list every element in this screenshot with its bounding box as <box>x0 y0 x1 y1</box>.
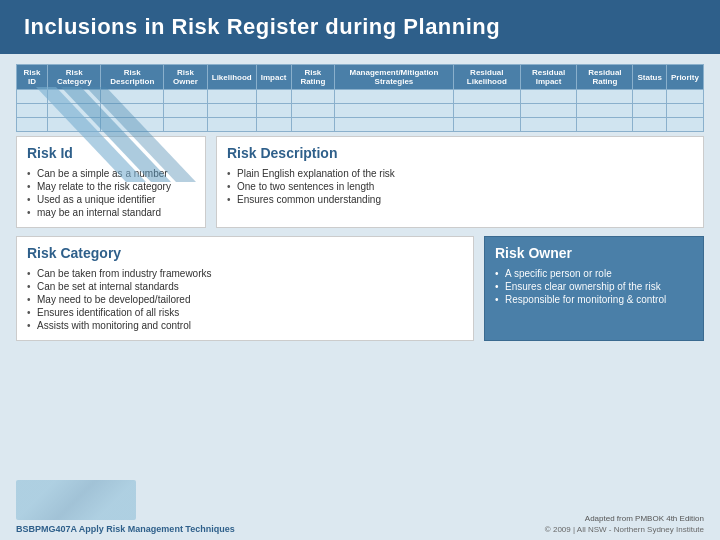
list-item: A specific person or role <box>495 267 693 280</box>
page-header: Inclusions in Risk Register during Plann… <box>0 0 720 54</box>
risk-owner-box: Risk Owner A specific person or role Ens… <box>484 236 704 341</box>
list-item: Plain English explanation of the risk <box>227 167 693 180</box>
adapted-text: Adapted from PMBOK 4th Edition <box>545 514 704 523</box>
risk-category-list: Can be taken from industry frameworks Ca… <box>27 267 463 332</box>
list-item: Used as a unique identifier <box>27 193 195 206</box>
col-mitigation: Management/Mitigation Strategies <box>335 65 454 90</box>
risk-category-title: Risk Category <box>27 245 463 261</box>
list-item: Responsible for monitoring & control <box>495 293 693 306</box>
col-residual-likelihood: Residual Likelihood <box>453 65 520 90</box>
col-risk-description: Risk Description <box>101 65 164 90</box>
risk-id-title: Risk Id <box>27 145 195 161</box>
top-row: Risk Id Can be a simple as a number May … <box>16 136 704 228</box>
list-item: One to two sentences in length <box>227 180 693 193</box>
page-title: Inclusions in Risk Register during Plann… <box>24 14 500 39</box>
table-row <box>17 118 704 132</box>
col-risk-rating: Risk Rating <box>291 65 335 90</box>
risk-id-list: Can be a simple as a number May relate t… <box>27 167 195 219</box>
table-row <box>17 104 704 118</box>
risk-owner-title: Risk Owner <box>495 245 693 261</box>
risk-description-box: Risk Description Plain English explanati… <box>216 136 704 228</box>
table-row <box>17 90 704 104</box>
list-item: may be an internal standard <box>27 206 195 219</box>
list-item: Ensures common understanding <box>227 193 693 206</box>
list-item: Can be a simple as a number <box>27 167 195 180</box>
copyright-text: © 2009 | All NSW - Northern Sydney Insti… <box>545 525 704 534</box>
risk-register-table: Risk ID Risk Category Risk Description R… <box>16 64 704 132</box>
risk-description-list: Plain English explanation of the risk On… <box>227 167 693 206</box>
col-likelihood: Likelihood <box>207 65 256 90</box>
risk-description-title: Risk Description <box>227 145 693 161</box>
course-name: BSBPMG407A Apply Risk Management Techniq… <box>16 524 235 534</box>
list-item: May relate to the risk category <box>27 180 195 193</box>
col-residual-impact: Residual Impact <box>520 65 577 90</box>
col-risk-category: Risk Category <box>48 65 101 90</box>
table-section: Risk ID Risk Category Risk Description R… <box>16 64 704 132</box>
col-risk-id: Risk ID <box>17 65 48 90</box>
page: Inclusions in Risk Register during Plann… <box>0 0 720 540</box>
risk-id-box: Risk Id Can be a simple as a number May … <box>16 136 206 228</box>
list-item: Can be taken from industry frameworks <box>27 267 463 280</box>
list-item: Ensures clear ownership of the risk <box>495 280 693 293</box>
col-risk-owner: Risk Owner <box>164 65 208 90</box>
col-priority: Priority <box>666 65 703 90</box>
footer: BSBPMG407A Apply Risk Management Techniq… <box>0 514 720 534</box>
risk-owner-list: A specific person or role Ensures clear … <box>495 267 693 306</box>
col-status: Status <box>633 65 666 90</box>
footer-right-section: Adapted from PMBOK 4th Edition © 2009 | … <box>545 514 704 534</box>
col-impact: Impact <box>256 65 291 90</box>
list-item: Can be set at internal standards <box>27 280 463 293</box>
list-item: Ensures identification of all risks <box>27 306 463 319</box>
bottom-row: Risk Category Can be taken from industry… <box>16 236 704 341</box>
col-residual-rating: Residual Rating <box>577 65 633 90</box>
list-item: May need to be developed/tailored <box>27 293 463 306</box>
risk-category-box: Risk Category Can be taken from industry… <box>16 236 474 341</box>
list-item: Assists with monitoring and control <box>27 319 463 332</box>
content-area: Risk Id Can be a simple as a number May … <box>16 136 704 341</box>
